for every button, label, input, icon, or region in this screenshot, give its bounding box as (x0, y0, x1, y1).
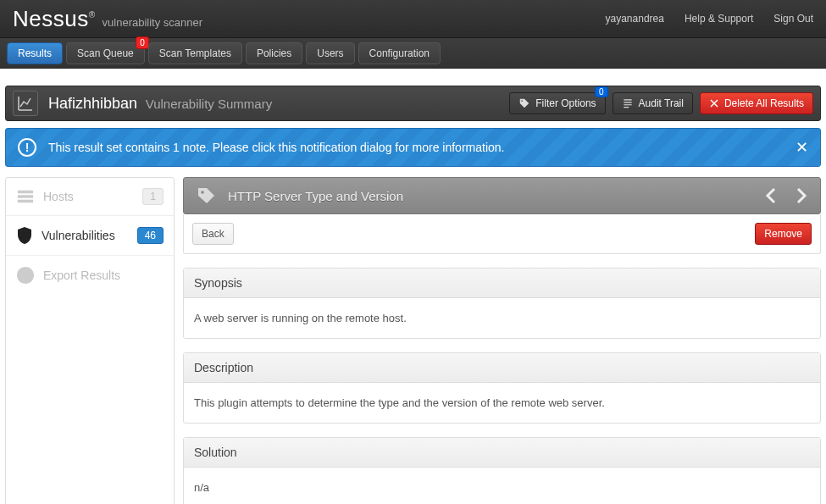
shield-icon (16, 226, 33, 245)
action-row: Back Remove (183, 214, 821, 254)
vulnerabilities-label: Vulnerabilities (42, 229, 115, 242)
nav-users[interactable]: Users (306, 42, 354, 64)
signout-link[interactable]: Sign Out (773, 13, 813, 25)
svg-rect-3 (18, 200, 33, 203)
filter-options-button[interactable]: Filter Options 0 (509, 92, 605, 114)
alert-close-button[interactable]: ✕ (796, 138, 808, 157)
chevron-right-icon[interactable] (795, 186, 808, 206)
panel-synopsis-body: A web server is running on the remote ho… (184, 298, 820, 338)
brand-name: Nessus® (13, 6, 96, 32)
page-subtitle: Vulnerability Summary (146, 97, 273, 111)
filter-badge: 0 (595, 86, 608, 97)
user-links: yayanandrea Help & Support Sign Out (606, 13, 813, 25)
vulnerabilities-count: 46 (137, 227, 164, 244)
tag-icon (196, 186, 216, 206)
panel-synopsis-title: Synopsis (184, 269, 820, 298)
nav-policies[interactable]: Policies (246, 42, 302, 64)
nav-configuration[interactable]: Configuration (358, 42, 441, 64)
panel-description-title: Description (184, 353, 820, 383)
svg-rect-1 (18, 191, 33, 194)
audit-trail-button[interactable]: Audit Trail (613, 92, 693, 114)
svg-point-0 (521, 100, 523, 102)
chart-icon (13, 91, 38, 116)
export-label: Export Results (43, 269, 120, 282)
panel-solution-body: n/a (184, 468, 820, 504)
panel-description: Description This plugin attempts to dete… (183, 352, 821, 424)
page-header: Hafizhhibban Vulnerability Summary Filte… (5, 86, 821, 121)
nav-results[interactable]: Results (7, 42, 63, 64)
list-icon (622, 97, 634, 109)
page-title-wrap: Hafizhhibban Vulnerability Summary (48, 95, 272, 113)
sidebar-item-vulnerabilities[interactable]: Vulnerabilities 46 (6, 216, 174, 256)
sidebar-item-export[interactable]: Export Results (6, 256, 174, 295)
panel-solution: Solution n/a (183, 437, 821, 504)
close-icon (709, 98, 719, 108)
chevron-left-icon[interactable] (764, 186, 778, 206)
page-title: Hafizhhibban (48, 95, 137, 112)
hosts-icon (16, 188, 35, 205)
brand: Nessus® vulnerability scanner (13, 6, 202, 32)
panel-description-body: This plugin attempts to determine the ty… (184, 383, 820, 423)
download-icon (16, 266, 35, 285)
svg-rect-2 (18, 195, 33, 198)
notification-alert[interactable]: ! This result set contains 1 note. Pleas… (5, 128, 821, 167)
info-icon: ! (18, 138, 36, 157)
back-button[interactable]: Back (192, 223, 234, 245)
nav-scan-queue-label: Scan Queue (77, 47, 134, 59)
vulnerability-header: HTTP Server Type and Version (183, 177, 821, 214)
brand-subtitle: vulnerability scanner (103, 16, 203, 29)
sidebar: Hosts 1 Vulnerabilities 46 Export Result… (5, 177, 175, 504)
tag-icon (518, 97, 530, 109)
filter-options-label: Filter Options (535, 97, 596, 109)
sidebar-item-hosts[interactable]: Hosts 1 (6, 178, 174, 216)
navbar: Results Scan Queue 0 Scan Templates Poli… (0, 38, 826, 69)
hosts-label: Hosts (43, 190, 74, 203)
user-name-link[interactable]: yayanandrea (606, 13, 664, 25)
scan-queue-badge: 0 (136, 36, 149, 49)
remove-button[interactable]: Remove (755, 223, 812, 245)
nav-scan-templates[interactable]: Scan Templates (148, 42, 242, 64)
topbar: Nessus® vulnerability scanner yayanandre… (0, 0, 826, 38)
vulnerability-title: HTTP Server Type and Version (228, 189, 403, 203)
content: HTTP Server Type and Version Back Remove… (183, 177, 821, 504)
audit-trail-label: Audit Trail (639, 97, 684, 109)
panel-synopsis: Synopsis A web server is running on the … (183, 268, 821, 339)
nav-scan-queue[interactable]: Scan Queue 0 (66, 42, 145, 64)
svg-point-5 (201, 191, 204, 194)
alert-text: This result set contains 1 note. Please … (48, 141, 504, 154)
help-link[interactable]: Help & Support (685, 13, 753, 25)
delete-all-button[interactable]: Delete All Results (700, 92, 813, 114)
hosts-count: 1 (142, 188, 164, 205)
panel-solution-title: Solution (184, 438, 820, 468)
delete-all-label: Delete All Results (724, 97, 804, 109)
